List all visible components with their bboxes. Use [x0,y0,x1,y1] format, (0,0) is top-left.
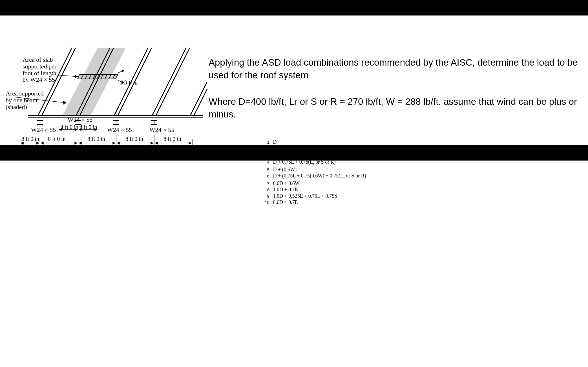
combo-2-text: D + L [273,146,285,151]
svg-line-23 [194,89,207,115]
combo-9-text: 1.0D + 0.525E + 0.75L + 0.75S [273,193,337,199]
caption1-line4: by W24 × 55 [23,76,55,83]
spacing-2: 8 ft 0 in [48,136,66,142]
combo-9: 9. 1.0D + 0.525E + 0.75L + 0.75S [264,193,366,199]
combo-10-text: 0.6D + 0.7E [273,199,298,205]
svg-marker-66 [63,101,66,104]
top-black-bar [0,0,588,15]
spacing-5: 8 ft 0 in [163,136,181,142]
combo-10: 10. 0.6D + 0.7E [264,199,366,206]
caption2-line1: Area supported [6,90,44,97]
combo-6-text-b: or S or R) [345,173,366,179]
svg-marker-58 [151,142,153,144]
combo-3-text-a: D + (L [273,152,287,157]
caption1-line3: foot of length [23,70,56,77]
shaded-tributary-area [63,48,126,115]
svg-marker-59 [117,142,120,144]
combo-5-num: 5. [264,167,271,173]
slab-area-caption: Area of slab supported per foot of lengt… [23,56,56,83]
spacing-4: 8 ft 0 in [125,136,143,142]
combo-8-text: 1.0D + 0.7E [273,187,298,192]
svg-marker-0 [78,74,118,79]
combo-7: 7. 0.6D + 0.6W [264,180,366,187]
girder-label: W24 × 55 [68,116,92,123]
combo-6: 6. D + (0.75L + 0.75(0.6W) + 0.75(Lr or … [264,173,366,180]
combo-5: 5. D + (0.6W) [264,166,366,173]
one-ft-label: 1 ft 0 in [120,79,138,86]
one-ft-strip [78,74,118,79]
combo-4-num: 4. [264,160,271,165]
caption2-line2: by one beam [6,97,37,104]
combo-7-num: 7. [264,181,271,186]
trib-half-2: 4 ft 0 in [79,124,97,130]
svg-marker-11 [122,70,124,72]
load-combinations-list: 1. D 2. D + L 3. D + (Lr or S or R) 4. D… [264,139,366,206]
combo-4-text-b: or S or R) [314,159,336,165]
combo-4: 4. D + 0.75L + 0.75(Lr or S or R) [264,159,366,166]
combo-1-text: D [273,139,277,145]
svg-marker-52 [75,142,77,144]
question-paragraph-1: Applying the ASD load combinations recom… [209,56,586,81]
combo-3-text-b: or S or R) [288,152,310,157]
svg-marker-56 [79,142,81,144]
beam-area-caption: Area supported by one beam (shaded) [6,90,44,110]
combo-7-text: 0.6D + 0.6W [273,181,300,186]
combo-3: 3. D + (Lr or S or R) [264,152,366,159]
caption1-line2: supported per [23,63,56,70]
svg-line-22 [190,82,207,115]
svg-line-21 [156,48,190,115]
combo-5-text: D + (0.6W) [273,167,297,172]
svg-marker-49 [37,142,39,144]
svg-marker-64 [75,75,78,78]
combo-10-num: 10. [264,200,271,205]
svg-marker-53 [41,142,43,144]
combo-6-text-a: D + (0.75L + 0.75(0.6W) + 0.75(L [273,173,344,179]
combo-3-num: 3. [264,152,271,158]
beam-label-2: W24 × 55 [107,126,132,134]
svg-marker-50 [21,142,23,144]
tributary-area-figure: Area of slab supported per foot of lengt… [6,45,209,152]
caption1-line1: Area of slab [23,56,53,63]
spacing-3: 8 ft 0 in [87,136,105,142]
svg-marker-62 [155,142,158,144]
combo-8-num: 8. [264,187,271,193]
combo-1-num: 1. [264,140,271,145]
caption2-line3: (shaded) [6,103,27,110]
combo-9-num: 9. [264,194,271,199]
combo-1: 1. D [264,139,366,145]
combo-6-num: 6. [264,174,271,179]
question-text: Applying the ASD load combinations recom… [209,56,586,135]
combo-4-text-a: D + 0.75L + 0.75(L [273,159,313,165]
question-paragraph-2: Where D=400 lb/ft, Lr or S or R = 270 lb… [209,95,586,121]
trib-half-1: 4 ft 0 in [61,124,78,130]
beam-label-3: W24 × 55 [149,126,174,134]
svg-marker-55 [113,142,115,144]
combo-2-num: 2. [264,146,271,152]
combo-8: 8. 1.0D + 0.7E [264,186,366,193]
spacing-1: 8 ft 0 in [21,136,39,142]
combo-2: 2. D + L [264,145,366,152]
svg-marker-61 [189,142,191,144]
beam-label-1: W24 × 55 [31,126,56,134]
svg-line-20 [152,48,186,115]
